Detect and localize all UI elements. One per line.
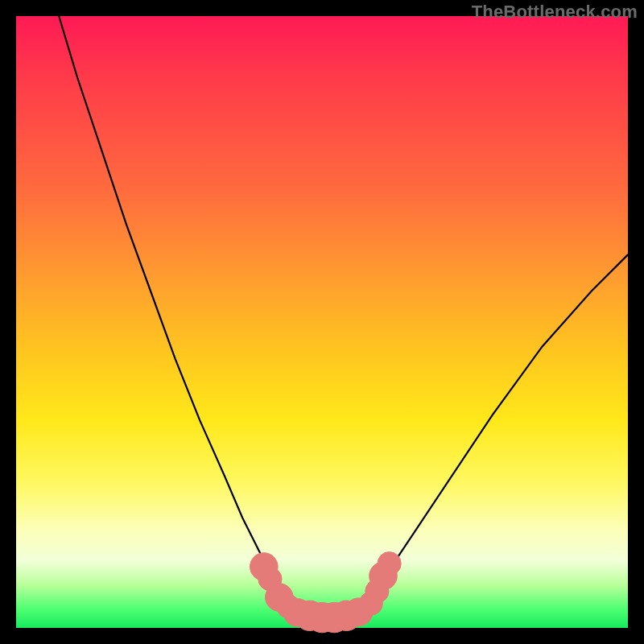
- min-marker: [378, 552, 401, 576]
- chart-frame: TheBottleneck.com: [0, 0, 644, 644]
- chart-min-markers: [250, 552, 402, 633]
- chart-plot-area: [16, 16, 628, 628]
- watermark-text: TheBottleneck.com: [472, 2, 638, 23]
- chart-curve: [59, 16, 628, 619]
- chart-svg: [16, 16, 628, 628]
